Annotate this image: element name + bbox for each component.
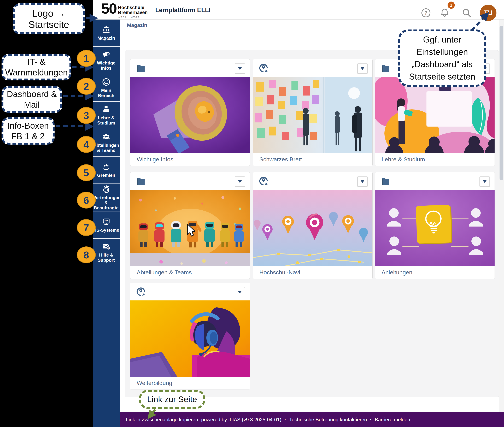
chevron-down-icon bbox=[361, 180, 364, 183]
footer-link-copy[interactable]: Link in Zwischenablage kopieren bbox=[126, 417, 198, 423]
sidebar-item-magazin[interactable]: Magazin bbox=[93, 19, 120, 47]
card-actions-dropdown[interactable] bbox=[235, 176, 245, 187]
logo-50: 50 bbox=[101, 1, 117, 16]
sidebar-item-vertretungen-beauftragte[interactable]: Vertretungen & Beauftragte bbox=[93, 184, 120, 211]
sidebar-item-label: Abteilungen & Teams bbox=[93, 143, 119, 153]
annotation-callout-logo: Logo → Startseite bbox=[13, 3, 85, 34]
annotation-number-4: 4 bbox=[77, 136, 96, 153]
annotation-callout-it-warnmeldungen: IT- & Warnmeldungen bbox=[1, 54, 71, 80]
sidebar-item-wichtige-infos[interactable]: Wichtige Infos bbox=[93, 47, 120, 74]
chevron-down-icon bbox=[483, 180, 487, 183]
card-actions-dropdown[interactable] bbox=[235, 63, 245, 74]
bell-icon[interactable] bbox=[440, 8, 450, 18]
annotation-number-5: 5 bbox=[77, 164, 96, 181]
page-title: Lernplattform ELLI bbox=[155, 7, 210, 14]
annotation-callout-dashboard-mail: Dashboard & Mail bbox=[1, 86, 62, 113]
link-icon bbox=[258, 176, 269, 186]
people-group-icon bbox=[102, 132, 111, 141]
card-actions-dropdown[interactable] bbox=[235, 287, 245, 297]
sidebar-item-label: Wichtige Infos bbox=[93, 60, 119, 71]
notification-badge: 1 bbox=[448, 1, 455, 9]
search-icon[interactable] bbox=[462, 8, 471, 18]
card-weiterbildung: Weiterbildung bbox=[130, 283, 250, 389]
smiley-icon bbox=[102, 77, 111, 86]
sidebar-item-label: Vertretungen & Beauftragte bbox=[93, 195, 119, 210]
sidebar-item-gremien[interactable]: Gremien bbox=[93, 157, 120, 184]
footer-separator: · bbox=[284, 417, 286, 423]
committee-icon bbox=[102, 162, 111, 171]
svg-text:?: ? bbox=[424, 10, 427, 15]
sidebar-item-abteilungen-teams[interactable]: Abteilungen & Teams bbox=[93, 129, 120, 157]
sidebar-item-label: Gremien bbox=[93, 173, 119, 178]
sidebar-item-label: Magazin bbox=[93, 36, 119, 41]
footer-link-support[interactable]: Technische Betreuung kontaktieren bbox=[289, 417, 367, 423]
annotation-number-7: 7 bbox=[77, 219, 96, 236]
card-image-lightbulb[interactable] bbox=[375, 190, 495, 266]
folder-icon bbox=[380, 63, 391, 73]
annotation-number-3: 3 bbox=[77, 107, 96, 124]
tutorial-screenshot: 50 Hochschule Bremerhaven 1975 - 2025 Le… bbox=[0, 0, 504, 427]
card-title-link[interactable]: Anleitungen bbox=[381, 269, 412, 276]
megaphone-icon bbox=[102, 50, 111, 59]
app-header: 50 Hochschule Bremerhaven 1975 - 2025 Le… bbox=[93, 0, 504, 20]
bank-icon bbox=[102, 25, 111, 34]
card-actions-dropdown[interactable] bbox=[480, 176, 490, 187]
sidebar-item-label: Mein Bereich bbox=[93, 88, 119, 98]
scrollbar-thumb[interactable] bbox=[500, 26, 503, 180]
card-actions-dropdown[interactable] bbox=[357, 176, 368, 187]
card-image-headset[interactable] bbox=[130, 300, 250, 377]
card-image-robots[interactable] bbox=[130, 190, 250, 266]
card-wichtige-infos: Wichtige Infos bbox=[130, 59, 250, 166]
svg-text:?: ? bbox=[108, 247, 109, 250]
annotation-callout-infoboxen: Info-Boxen FB 1 & 2 bbox=[1, 117, 54, 145]
globe-people-icon bbox=[102, 185, 111, 194]
main-sidebar: Magazin Wichtige Infos Mein Bereich bbox=[93, 19, 120, 427]
card-title-link[interactable]: Lehre & Studium bbox=[381, 156, 425, 163]
logo-name-line2: Bremerhaven bbox=[118, 10, 148, 15]
annotation-number-8: 8 bbox=[77, 246, 96, 263]
folder-icon bbox=[135, 63, 146, 73]
card-abteilungen-teams: Abteilungen & Teams bbox=[130, 172, 250, 279]
footer-link-ilias[interactable]: powered by ILIAS (v9.8 2025-04-01) bbox=[201, 417, 281, 423]
chevron-down-icon bbox=[238, 291, 242, 293]
link-icon bbox=[258, 63, 269, 73]
sidebar-item-label: HS-Systeme bbox=[93, 228, 119, 233]
sidebar-item-hilfe-support[interactable]: ? Hilfe & Support bbox=[93, 239, 120, 266]
card-image-presentation[interactable] bbox=[375, 77, 495, 153]
books-icon bbox=[102, 105, 111, 114]
folder-icon bbox=[135, 176, 146, 186]
footer-separator: · bbox=[370, 417, 372, 423]
sidebar-item-mein-bereich[interactable]: Mein Bereich bbox=[93, 74, 120, 102]
breadcrumb-magazin[interactable]: Magazin bbox=[127, 22, 147, 28]
annotation-number-2: 2 bbox=[77, 78, 96, 95]
monitor-icon: *** bbox=[102, 217, 111, 226]
card-actions-dropdown[interactable] bbox=[357, 63, 368, 74]
chevron-down-icon bbox=[361, 67, 364, 70]
sidebar-item-label: Lehre & Studium bbox=[93, 115, 119, 126]
card-title-link[interactable]: Schwarzes Brett bbox=[259, 156, 302, 163]
card-title-link[interactable]: Hochschul-Navi bbox=[259, 269, 300, 276]
card-anleitungen: Anleitungen bbox=[375, 172, 495, 279]
help-icon[interactable]: ? bbox=[421, 8, 431, 18]
avatar[interactable]: TU bbox=[480, 5, 496, 21]
chevron-down-icon bbox=[238, 67, 242, 70]
sidebar-item-lehre-studium[interactable]: Lehre & Studium bbox=[93, 102, 120, 129]
footer-link-barrier[interactable]: Barriere melden bbox=[375, 417, 410, 423]
annotation-callout-settings: Ggf. unter Einstellungen „Dashboard“ als… bbox=[398, 30, 486, 87]
annotation-number-6: 6 bbox=[77, 192, 96, 208]
card-title-link[interactable]: Abteilungen & Teams bbox=[137, 269, 192, 276]
card-image-megaphone[interactable] bbox=[130, 77, 250, 153]
footer: Link in Zwischenablage kopieren powered … bbox=[120, 412, 504, 427]
svg-text:***: *** bbox=[104, 219, 108, 223]
sidebar-item-label: Hilfe & Support bbox=[93, 252, 119, 263]
folder-icon bbox=[380, 176, 391, 186]
mail-question-icon: ? bbox=[102, 242, 111, 251]
card-title-link[interactable]: Wichtige Infos bbox=[137, 156, 173, 163]
card-image-map-pins[interactable] bbox=[253, 190, 372, 266]
sidebar-item-hs-systeme[interactable]: *** HS-Systeme bbox=[93, 211, 120, 239]
annotation-callout-link-zur-seite: Link zur Seite bbox=[139, 390, 205, 409]
card-title-link[interactable]: Weiterbildung bbox=[137, 380, 172, 386]
card-image-sticky-notes[interactable] bbox=[253, 77, 372, 153]
logo-years: 1975 - 2025 bbox=[118, 15, 140, 18]
card-schwarzes-brett: Schwarzes Brett bbox=[253, 59, 372, 166]
